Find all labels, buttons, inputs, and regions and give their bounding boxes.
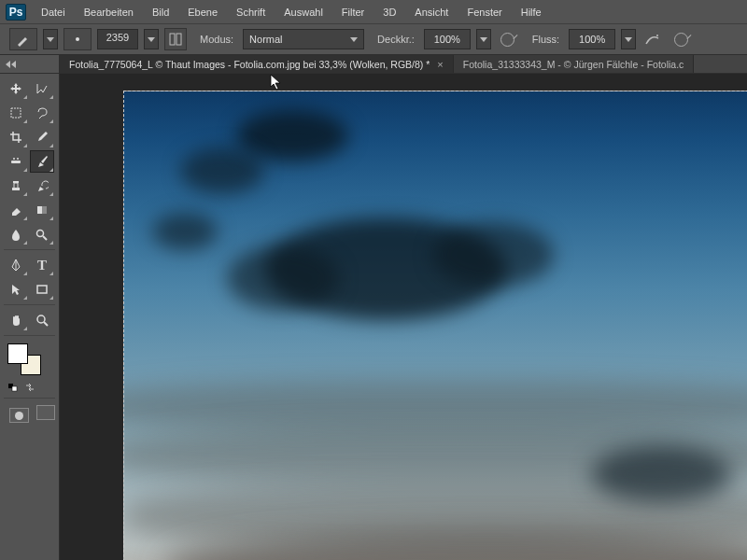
brush-size-field[interactable]: 2359 <box>97 29 138 49</box>
document-tab-label: Fotolia_7775064_L © Thaut Images - Fotol… <box>69 59 430 70</box>
lasso-tool[interactable] <box>30 102 54 124</box>
menu-fenster[interactable]: Fenster <box>458 3 511 21</box>
chevron-down-icon <box>480 37 487 42</box>
app-logo: Ps <box>6 4 26 21</box>
svg-point-6 <box>17 158 19 160</box>
opacity-value: 100% <box>434 34 460 45</box>
brush-tool[interactable] <box>30 150 54 173</box>
eraser-tool[interactable] <box>4 199 28 221</box>
rectangle-tool[interactable] <box>30 278 54 301</box>
document-tab[interactable]: Fotolia_31333343_M - © Jürgen Fälchle - … <box>454 55 695 73</box>
opacity-label: Deckkr.: <box>377 34 415 45</box>
menu-ansicht[interactable]: Ansicht <box>405 3 458 21</box>
document-tab-active[interactable]: Fotolia_7775064_L © Thaut Images - Fotol… <box>60 55 454 73</box>
document-tab-label: Fotolia_31333343_M - © Jürgen Fälchle - … <box>463 59 684 70</box>
swap-colors-button[interactable] <box>22 381 37 394</box>
close-icon[interactable]: × <box>437 59 443 70</box>
menu-bearbeiten[interactable]: Bearbeiten <box>75 3 143 21</box>
svg-line-12 <box>43 236 47 240</box>
menu-bild[interactable]: Bild <box>143 3 178 21</box>
history-brush-tool[interactable] <box>30 175 54 197</box>
artboard-tool[interactable] <box>30 77 54 100</box>
move-tool[interactable] <box>4 77 28 100</box>
menu-ebene[interactable]: Ebene <box>178 3 227 21</box>
svg-rect-18 <box>12 386 17 391</box>
blend-mode-dropdown[interactable]: Normal <box>243 29 364 49</box>
eyedropper-tool[interactable] <box>30 126 54 148</box>
clone-stamp-tool[interactable] <box>4 175 28 197</box>
brush-size-dropdown[interactable] <box>144 29 159 49</box>
foreground-color-swatch[interactable] <box>7 343 28 364</box>
tablet-opacity-toggle[interactable] <box>497 28 519 50</box>
toolbox-collapse-handle[interactable] <box>0 55 60 73</box>
brush-icon <box>16 32 31 47</box>
flow-value: 100% <box>579 34 605 45</box>
svg-rect-8 <box>13 181 19 183</box>
chevron-down-icon <box>350 37 358 42</box>
dodge-tool[interactable] <box>30 223 54 245</box>
svg-rect-0 <box>170 34 175 45</box>
tablet-size-toggle[interactable] <box>669 28 692 50</box>
document-canvas[interactable] <box>123 91 747 560</box>
default-colors-button[interactable] <box>6 381 21 394</box>
svg-rect-1 <box>176 34 181 45</box>
gradient-tool[interactable] <box>30 199 54 221</box>
airbrush-icon <box>645 33 660 46</box>
pressure-opacity-icon <box>500 33 514 47</box>
brush-tool-preview[interactable] <box>9 28 37 50</box>
toolbox: T <box>0 74 60 560</box>
flow-label: Fluss: <box>532 34 559 45</box>
path-selection-tool[interactable] <box>4 278 28 301</box>
svg-rect-7 <box>12 188 20 190</box>
svg-rect-14 <box>37 286 47 293</box>
screen-mode-button[interactable] <box>36 405 56 420</box>
brush-tip-preview[interactable] <box>63 28 92 50</box>
opacity-field[interactable]: 100% <box>424 29 471 49</box>
airbrush-toggle[interactable] <box>641 28 664 50</box>
menu-datei[interactable]: Datei <box>32 3 75 21</box>
canvas-area <box>60 74 747 560</box>
chevron-down-icon <box>47 37 54 42</box>
crop-tool[interactable] <box>4 126 28 148</box>
svg-rect-4 <box>11 161 21 163</box>
menu-filter[interactable]: Filter <box>332 3 374 21</box>
hand-tool[interactable] <box>4 309 28 331</box>
brush-tool-dropdown[interactable] <box>43 29 58 49</box>
svg-point-2 <box>656 35 658 36</box>
svg-rect-10 <box>37 206 42 214</box>
chevron-down-icon <box>148 37 155 42</box>
document-tabs: Fotolia_7775064_L © Thaut Images - Fotol… <box>60 55 747 73</box>
menu-hilfe[interactable]: Hilfe <box>512 3 551 21</box>
pen-tool[interactable] <box>4 254 28 276</box>
flow-dropdown[interactable] <box>621 29 636 49</box>
opacity-dropdown[interactable] <box>476 29 491 49</box>
blend-mode-value: Normal <box>249 34 282 45</box>
svg-point-11 <box>37 231 44 237</box>
color-swatches[interactable] <box>7 343 45 377</box>
flow-field[interactable]: 100% <box>569 29 615 49</box>
mouse-cursor-icon <box>270 74 283 91</box>
svg-line-16 <box>44 322 48 326</box>
quick-mask-toggle[interactable] <box>9 408 29 423</box>
svg-point-5 <box>13 158 15 160</box>
menu-schrift[interactable]: Schrift <box>227 3 275 21</box>
pressure-size-icon <box>674 33 688 47</box>
menu-auswahl[interactable]: Auswahl <box>275 3 332 21</box>
brush-dot-icon <box>76 37 79 41</box>
brush-panel-icon <box>169 33 182 46</box>
brush-panel-toggle[interactable] <box>164 28 187 50</box>
healing-brush-tool[interactable] <box>4 150 28 173</box>
mode-label: Modus: <box>200 34 233 45</box>
menu-bar: Ps Datei Bearbeiten Bild Ebene Schrift A… <box>0 0 747 23</box>
chevron-left-icon <box>6 61 10 68</box>
menu-3d[interactable]: 3D <box>374 3 405 21</box>
blur-tool[interactable] <box>4 223 28 245</box>
svg-rect-3 <box>11 108 21 118</box>
marquee-tool[interactable] <box>4 102 28 124</box>
svg-point-15 <box>37 315 45 323</box>
document-tab-row: Fotolia_7775064_L © Thaut Images - Fotol… <box>0 55 747 74</box>
type-tool[interactable]: T <box>30 254 54 276</box>
zoom-tool[interactable] <box>30 309 54 331</box>
quick-mask-icon <box>15 412 23 420</box>
options-bar: 2359 Modus: Normal Deckkr.: 100% Fluss: … <box>0 23 747 55</box>
